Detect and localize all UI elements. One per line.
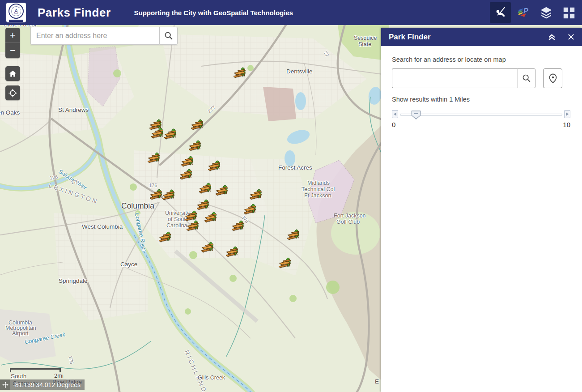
svg-text:P: P (523, 7, 528, 15)
panel-search-button[interactable] (518, 68, 535, 88)
slider-handle[interactable] (411, 111, 421, 119)
map-label: E (375, 378, 379, 385)
map-label: en Oaks (0, 109, 20, 116)
park-finder-panel: Park Finder Search for an address or loc… (381, 28, 582, 392)
coordinate-widget: -81.139 34.012 Degrees (0, 379, 85, 390)
coordinate-readout: -81.139 34.012 Degrees (10, 379, 85, 390)
slider-labels: 0 10 (392, 121, 570, 128)
panel-search-row (392, 68, 570, 88)
map-search-input[interactable] (30, 27, 159, 45)
panel-title: Park Finder (389, 33, 536, 42)
map-search-button[interactable] (159, 27, 178, 45)
park-marker[interactable] (215, 185, 229, 198)
park-marker[interactable] (204, 212, 218, 225)
parks-rec-p-icon: P (516, 5, 531, 20)
seal-icon: ♙ (8, 4, 24, 19)
map-label: Springdale (59, 277, 88, 284)
park-marker[interactable] (243, 204, 258, 217)
map-label: Forest Acres (278, 164, 312, 171)
map-label: Airport (12, 330, 29, 337)
park-marker[interactable] (278, 257, 293, 271)
collapse-panel-button[interactable] (548, 33, 556, 41)
parks-recreation-button[interactable]: P (513, 2, 534, 23)
park-marker[interactable] (208, 160, 222, 174)
slider-increment-button[interactable] (564, 110, 570, 118)
home-button[interactable] (5, 66, 20, 81)
scalebar-label: 2mi (54, 372, 64, 379)
park-marker[interactable] (158, 231, 173, 245)
park-marker[interactable] (225, 246, 240, 260)
map-label: Cayce (120, 261, 137, 268)
map-label: St Andrews (58, 107, 89, 113)
layer-list-button[interactable] (535, 2, 557, 23)
radius-slider (392, 110, 570, 118)
panel-address-input[interactable] (392, 68, 518, 88)
panel-header: Park Finder (381, 28, 582, 46)
map-label: Fort Jackson (334, 213, 366, 219)
park-marker[interactable] (191, 119, 205, 132)
park-marker[interactable] (249, 189, 263, 202)
panel-body: Search for an address or locate on map S… (381, 46, 582, 128)
zoom-out-button[interactable]: − (5, 43, 20, 58)
slider-max-label: 10 (563, 121, 570, 128)
map-label: Gills Creek (198, 375, 225, 381)
park-marker[interactable] (201, 242, 215, 255)
search-icon (164, 31, 174, 41)
map-label: West Columbia (82, 223, 123, 230)
app-header: ♙ Parks Finder Supporting the City with … (0, 0, 582, 25)
park-marker[interactable] (287, 229, 301, 243)
layers-icon (540, 6, 553, 19)
park-marker[interactable] (151, 128, 165, 141)
map-label: Columbia (121, 201, 154, 211)
apps-grid-icon (562, 6, 576, 19)
search-icon (522, 73, 531, 83)
map-pin-icon (548, 73, 558, 84)
map-label: Ft Jackson (304, 192, 331, 199)
park-marker[interactable] (233, 67, 247, 81)
header-toolbar: P (490, 2, 579, 23)
map-label: Golf Club (336, 219, 360, 225)
swing-icon (494, 6, 507, 19)
park-finder-widget-button[interactable] (490, 2, 511, 23)
zoom-in-button[interactable]: + (5, 28, 20, 43)
locate-on-map-button[interactable] (543, 68, 562, 88)
slider-decrement-button[interactable] (392, 110, 398, 118)
scalebar: 2mi (10, 368, 61, 375)
park-marker[interactable] (179, 169, 194, 182)
park-marker[interactable] (181, 156, 195, 169)
map-label: Midlands (307, 180, 330, 186)
park-marker[interactable] (186, 220, 200, 234)
app-subtitle: Supporting the City with GeoSpatial Tech… (134, 9, 293, 17)
widget-gallery-button[interactable] (558, 2, 579, 23)
panel-results-label: Show results within 1 Miles (392, 96, 570, 103)
map-label: 176 (149, 183, 157, 188)
slider-min-label: 0 (392, 121, 395, 128)
city-seal-logo: ♙ (6, 3, 26, 22)
zoom-control: + − (5, 28, 20, 58)
park-marker[interactable] (188, 140, 203, 153)
app-title: Parks Finder (38, 6, 111, 20)
park-marker[interactable] (164, 128, 178, 142)
home-icon (8, 69, 17, 79)
crosshair-icon[interactable] (0, 379, 10, 390)
map-label: Sesquice (354, 35, 377, 41)
park-marker[interactable] (147, 152, 161, 166)
double-chevron-up-icon (548, 33, 556, 41)
park-marker[interactable] (199, 183, 213, 196)
park-marker[interactable] (162, 189, 176, 203)
panel-search-label: Search for an address or locate on map (392, 56, 570, 63)
slider-track[interactable] (400, 110, 562, 118)
locate-button[interactable] (5, 85, 20, 100)
map-label: State (358, 41, 371, 47)
close-icon (568, 34, 574, 40)
map-search (30, 27, 178, 45)
map-label: Dentsville (286, 68, 313, 75)
park-marker[interactable] (231, 220, 246, 234)
map-label: Technical Col (302, 186, 335, 192)
locate-icon (8, 88, 17, 98)
close-panel-button[interactable] (568, 34, 574, 40)
